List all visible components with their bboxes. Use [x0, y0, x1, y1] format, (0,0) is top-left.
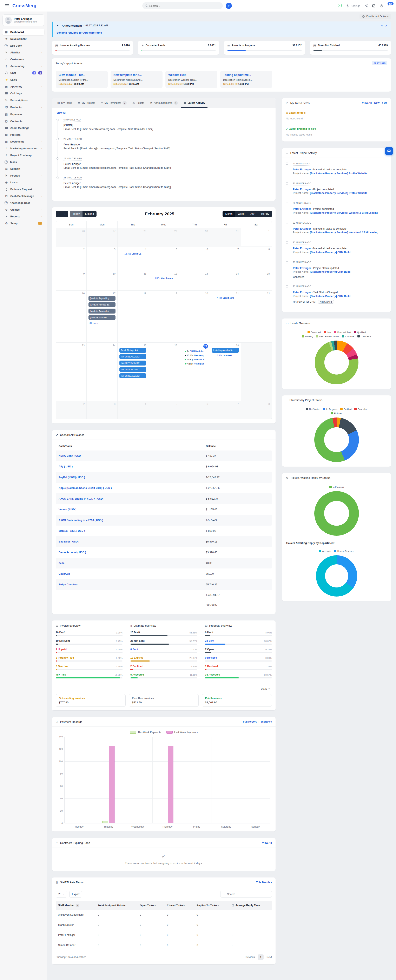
project-link[interactable]: [Blackstone Property Services] Profile W… — [310, 192, 367, 194]
sidebar-item-reports[interactable]: ↗Reports‹ — [3, 213, 45, 220]
project-link[interactable]: [Blackstone Property Services] Profile W… — [310, 172, 367, 175]
sidebar-item-customers[interactable]: ☺Customers — [3, 56, 45, 62]
pagination-next[interactable]: Next — [267, 956, 272, 959]
pagination-page-1[interactable]: 1 — [258, 955, 264, 960]
calendar-view-day[interactable]: Day — [247, 211, 257, 217]
calendar-day-cell[interactable]: 11 — [118, 271, 148, 290]
calendar-day-cell[interactable]: 5 — [148, 247, 179, 270]
global-search[interactable] — [142, 2, 223, 9]
bank-account-link[interactable]: Ally ( USD ) — [59, 465, 206, 468]
bank-account-link[interactable]: AXOS BANK ending in x-1477 ( USD ) — [59, 497, 206, 500]
calendar-day-cell[interactable]: 19 — [148, 291, 179, 342]
sidebar-item-setup[interactable]: ⚙Setup1 — [3, 220, 45, 226]
menu-toggle-icon[interactable] — [5, 4, 9, 7]
sidebar-item-documents[interactable]: ▥Documents‹ — [3, 138, 45, 145]
bank-account-link[interactable]: Zelle — [59, 562, 206, 565]
calendar-day-cell[interactable]: 6 — [179, 401, 210, 419]
sidebar-item-estimate-request[interactable]: ▯Estimate Request — [3, 186, 45, 192]
calendar-event-badge[interactable]: [Module] Acymailing — [89, 296, 115, 301]
calendar-day-cell[interactable]: 26 — [148, 343, 179, 401]
calendar-day-cell[interactable]: 2 — [56, 401, 87, 419]
staff-range-dropdown[interactable]: This Month ▾ — [256, 881, 272, 884]
sidebar-item-tasks[interactable]: ✓Tasks — [3, 159, 45, 165]
calendar-event-badge[interactable]: [Module] Appointly / — [89, 309, 115, 313]
payment-range-dropdown[interactable]: Weekly ▾ — [261, 720, 272, 724]
calendar-day-cell[interactable]: 4 — [118, 401, 148, 419]
calendar-day-cell[interactable]: 22 — [241, 291, 272, 342]
appointment-title[interactable]: Testing appointme... — [223, 73, 269, 76]
tasks-check-icon[interactable] — [372, 4, 375, 8]
summary-card-past-due-invoices[interactable]: Past Due Invoices$522.90 — [129, 694, 199, 707]
bank-account-link[interactable]: Demo Account ( USD ) — [59, 551, 206, 554]
sidebar-item-wiki-book[interactable]: ?Wiki Book‹ — [3, 43, 45, 49]
activity-actor-link[interactable]: Peter Enzinger — [293, 247, 312, 250]
project-link[interactable]: [Blackstone Property] CRM Build — [310, 295, 351, 298]
tab-tickets[interactable]: ◎Tickets — [130, 98, 146, 108]
share-icon[interactable] — [364, 4, 368, 8]
calendar-day-cell[interactable]: 5 — [148, 401, 179, 419]
chat-fab-button[interactable] — [385, 147, 393, 155]
bank-account-link[interactable]: Marcus - 1331 ( USD ) — [59, 530, 206, 532]
calendar-event-badge[interactable]: Email Piping / Auto I — [119, 348, 146, 353]
calendar-day-cell[interactable]: 24 — [87, 343, 118, 401]
sidebar-item-zoom-meetings[interactable]: ☎Zoom Meetings — [3, 125, 45, 131]
sidebar-item-utilities[interactable]: ⊙Utilities‹ — [3, 207, 45, 213]
calendar-day-cell[interactable]: 28Installing Akeeba So5:55a cron test... — [210, 343, 241, 401]
sidebar-item-project-roadmap[interactable]: ↗Project Roadmap — [3, 152, 45, 158]
calendar-day-cell[interactable]: 26 — [56, 228, 87, 246]
bank-account-link[interactable]: PayPal [NWC] ( USD ) — [59, 476, 206, 479]
calendar-day-cell[interactable]: 279a CRM Module -10:45a New temp12:30p W… — [179, 343, 210, 401]
calendar-event[interactable]: 4:30p Testing ap — [181, 363, 208, 365]
sidebar-item-projects[interactable]: ▧Projects — [3, 132, 45, 138]
stat-card-projects-in-progress[interactable]: ⚌Projects In Progress38 / 152 — [224, 41, 305, 55]
sidebar-item-marketing-automation[interactable]: #Marketing Automation‹ — [3, 145, 45, 152]
staff-col-staff-member[interactable]: Staff Member▴ — [56, 901, 95, 910]
sidebar-item-chat[interactable]: Chat00 — [3, 70, 45, 76]
calendar-day-cell[interactable]: 28 — [118, 228, 148, 246]
summary-card-outstanding-invoices[interactable]: Outstanding Invoices$707.90 — [56, 694, 126, 707]
sidebar-item-development[interactable]: ⚛Development‹ — [3, 36, 45, 42]
settings-button[interactable]: Settings — [346, 4, 360, 8]
calendar-day-cell[interactable]: 129:02a Map docum — [148, 271, 179, 290]
calendar-day-cell[interactable]: 16 — [56, 291, 87, 342]
calendar-expand-button[interactable]: Expand — [83, 211, 97, 217]
notifications-bell-icon[interactable]: 136 — [387, 4, 391, 8]
calendar-day-cell[interactable]: 8 — [241, 247, 272, 270]
quick-add-button[interactable]: + — [226, 3, 232, 9]
year-select[interactable]: 2025▾ — [259, 686, 272, 692]
calendar-day-cell[interactable]: 2 — [56, 247, 87, 270]
sidebar-item-contracts[interactable]: ▢Contracts — [3, 118, 45, 124]
activity-actor-link[interactable]: Peter Enzinger — [293, 207, 312, 210]
calendar-day-cell[interactable]: 15 — [241, 271, 272, 290]
calendar-day-cell[interactable]: 20 — [179, 291, 210, 342]
activity-actor-link[interactable]: Peter Enzinger — [293, 168, 312, 171]
calendar-day-cell[interactable]: 10 — [87, 271, 118, 290]
calendar-day-cell[interactable]: 17[Module] Acymailing[Module] Akeeba Ba[… — [87, 291, 118, 342]
user-card[interactable]: Peter Enzinger peter@crossmerg.com — [3, 14, 45, 26]
project-link[interactable]: [Blackstone Property] CRM Build — [310, 270, 351, 273]
bank-account-link[interactable]: NBKC Bank ( USD ) — [59, 454, 206, 457]
stat-card-invoices-awaiting-payment[interactable]: ▤Invoices Awaiting Payment9 / 496 — [52, 41, 133, 55]
calendar-view-week[interactable]: Week — [235, 211, 247, 217]
todo-view-all-link[interactable]: View All — [362, 102, 372, 104]
calendar-prev-button[interactable]: ‹ — [56, 211, 62, 217]
calendar-day-cell[interactable]: 6 — [179, 247, 210, 270]
clock-icon[interactable] — [380, 4, 383, 8]
calendar-next-button[interactable]: › — [62, 211, 68, 217]
expand-icon[interactable]: ↗ — [385, 24, 387, 27]
calendar-event-badge[interactable]: INV-002207/02/202 — [119, 373, 146, 378]
tab-my-reminders[interactable]: ◷My Reminders7 — [99, 98, 129, 108]
sidebar-item-products[interactable]: ⓅProducts‹ — [3, 104, 45, 111]
appointment-card[interactable]: CRM Module - Ter...Description Subject f… — [56, 71, 108, 88]
calendar-day-cell[interactable]: 1 — [241, 228, 272, 246]
full-report-link[interactable]: Full Report — [243, 720, 256, 723]
bank-account-link[interactable]: CashApp — [59, 573, 206, 575]
sidebar-item-sales[interactable]: ⚡Sales‹ — [3, 76, 45, 83]
calendar-view-filter-by[interactable]: Filter By — [257, 211, 272, 217]
activity-actor-link[interactable]: Peter Enzinger — [293, 291, 312, 294]
calendar-event[interactable]: 12:35p Credit Ca — [119, 253, 146, 255]
calendar-today-button[interactable]: Today — [70, 211, 82, 217]
new-todo-link[interactable]: New To Do — [374, 102, 387, 104]
calendar-day-cell[interactable]: 3 — [87, 401, 118, 419]
sidebar-item-cash-bank-manage[interactable]: ⊟Cash/Bank Manage‹ — [3, 193, 45, 199]
